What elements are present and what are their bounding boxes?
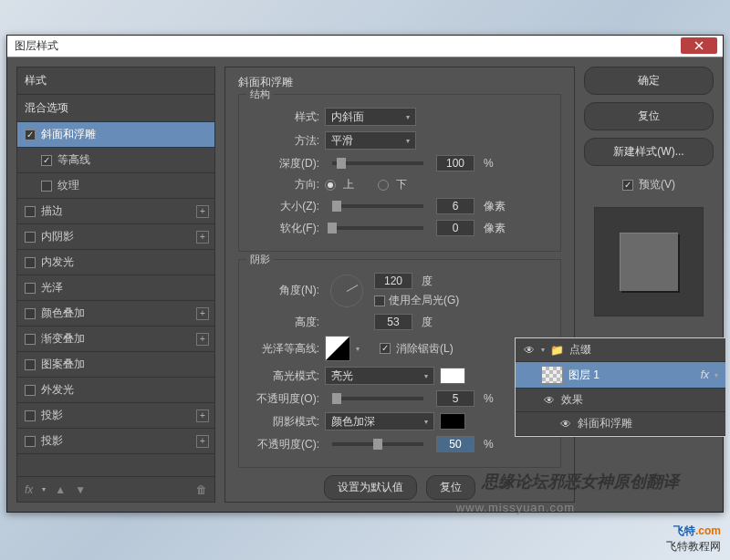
layer-thumbnail[interactable] [541, 366, 563, 384]
style-item-inner-shadow[interactable]: 内阴影 + [17, 224, 214, 250]
effect-item-row[interactable]: 👁 斜面和浮雕 [516, 412, 725, 436]
shadow-mode-label: 阴影模式: [250, 414, 319, 430]
shadow-mode-select[interactable]: 颜色加深▾ [325, 412, 434, 430]
depth-slider[interactable] [332, 161, 423, 165]
layer-group-row[interactable]: 👁 ▾ 📁 点缀 [516, 338, 725, 362]
style-item-outer-glow[interactable]: 外发光 [17, 378, 214, 403]
depth-input[interactable]: 100 [436, 155, 474, 171]
collapse-fx-icon[interactable]: ▾ [714, 371, 718, 379]
style-item-color-overlay[interactable]: 颜色叠加 + [17, 301, 214, 327]
close-button[interactable] [681, 37, 717, 54]
fx-badge: fx [701, 368, 709, 381]
altitude-input[interactable]: 53 [374, 314, 412, 330]
style-label: 样式: [250, 109, 319, 125]
effects-row[interactable]: 👁 效果 [516, 389, 725, 412]
styles-panel: 样式 混合选项 斜面和浮雕 等高线 纹理 描边 + [16, 67, 215, 503]
checkbox[interactable] [41, 155, 52, 166]
chevron-down-icon[interactable]: ▾ [356, 345, 360, 353]
trash-icon[interactable]: 🗑 [196, 483, 207, 496]
new-style-button[interactable]: 新建样式(W)... [584, 138, 714, 166]
size-input[interactable]: 6 [436, 198, 474, 214]
folder-icon: 📁 [550, 344, 564, 357]
style-item-inner-glow[interactable]: 内发光 [17, 250, 214, 275]
preview-swatch [620, 233, 678, 291]
collapse-icon[interactable]: ▾ [541, 346, 545, 354]
dir-down-radio[interactable] [378, 180, 389, 191]
opacity1-label: 不透明度(O): [250, 391, 319, 407]
cancel-button[interactable]: 复位 [584, 102, 714, 130]
checkbox[interactable] [25, 385, 36, 396]
visibility-icon[interactable]: 👁 [543, 394, 556, 407]
blend-options-row[interactable]: 混合选项 [17, 95, 214, 122]
visibility-icon[interactable]: 👁 [559, 418, 572, 430]
checkbox[interactable] [25, 130, 36, 140]
highlight-color-swatch[interactable] [440, 368, 465, 384]
checkbox[interactable] [25, 257, 36, 268]
style-item-drop-shadow-2[interactable]: 投影 + [17, 429, 214, 454]
group-name: 点缀 [569, 342, 591, 358]
global-light-checkbox[interactable] [374, 296, 385, 306]
angle-input[interactable]: 120 [374, 273, 412, 289]
style-item-stroke[interactable]: 描边 + [17, 199, 214, 224]
style-item-gradient-overlay[interactable]: 渐变叠加 + [17, 327, 214, 352]
style-item-bevel[interactable]: 斜面和浮雕 [17, 122, 214, 148]
add-icon[interactable]: + [196, 307, 209, 320]
depth-label: 深度(D): [250, 156, 319, 171]
move-down-icon[interactable]: ▼ [75, 483, 86, 496]
chevron-down-icon: ▾ [424, 372, 428, 380]
make-default-button[interactable]: 设置为默认值 [324, 475, 417, 500]
opacity2-label: 不透明度(C): [250, 437, 319, 452]
shadow-color-swatch[interactable] [440, 413, 465, 430]
ok-button[interactable]: 确定 [584, 67, 714, 95]
checkbox[interactable] [25, 334, 36, 345]
layer-row[interactable]: 图层 1 fx ▾ [516, 362, 725, 389]
checkbox[interactable] [25, 206, 36, 217]
gloss-label: 光泽等高线: [250, 341, 319, 357]
style-item-pattern-overlay[interactable]: 图案叠加 [17, 352, 214, 378]
style-item-satin[interactable]: 光泽 [17, 275, 214, 301]
opacity1-slider[interactable] [332, 397, 423, 400]
add-icon[interactable]: + [196, 435, 209, 448]
soften-slider[interactable] [332, 226, 423, 230]
checkbox[interactable] [25, 308, 36, 319]
preview-checkbox[interactable] [622, 180, 633, 191]
visibility-icon[interactable] [523, 368, 536, 381]
checkbox[interactable] [25, 232, 36, 243]
style-label: 渐变叠加 [41, 331, 85, 347]
antialias-checkbox[interactable] [380, 343, 391, 354]
add-icon[interactable]: + [196, 231, 209, 244]
style-item-contour[interactable]: 等高线 [17, 148, 214, 173]
fx-menu-arrow[interactable]: ▾ [42, 485, 46, 493]
opacity1-input[interactable]: 5 [436, 390, 474, 407]
opacity2-slider[interactable] [332, 442, 423, 446]
technique-select[interactable]: 平滑▾ [325, 131, 416, 150]
dir-up-radio[interactable] [325, 180, 336, 191]
reset-default-button[interactable]: 复位 [426, 475, 475, 500]
move-up-icon[interactable]: ▲ [55, 483, 66, 496]
shading-group: 阴影 角度(N): 120 度 使用全局光(G) [238, 259, 561, 468]
checkbox[interactable] [25, 359, 36, 370]
unit: 度 [422, 274, 433, 289]
checkbox[interactable] [41, 181, 52, 192]
angle-dial[interactable] [330, 275, 363, 307]
add-icon[interactable]: + [196, 205, 209, 218]
style-label: 外发光 [41, 382, 74, 398]
highlight-mode-select[interactable]: 亮光▾ [325, 367, 434, 385]
fx-icon[interactable]: fx [25, 483, 33, 496]
soften-input[interactable]: 0 [436, 220, 474, 236]
styles-header: 样式 [17, 67, 214, 95]
unit: % [484, 157, 494, 170]
add-icon[interactable]: + [196, 333, 209, 346]
gloss-contour-picker[interactable] [325, 336, 350, 361]
opacity2-input[interactable]: 50 [436, 436, 474, 452]
style-select[interactable]: 内斜面▾ [325, 108, 416, 126]
titlebar[interactable]: 图层样式 [7, 36, 723, 57]
size-slider[interactable] [332, 204, 423, 208]
visibility-icon[interactable]: 👁 [523, 344, 536, 357]
checkbox[interactable] [25, 283, 36, 294]
checkbox[interactable] [25, 436, 36, 447]
checkbox[interactable] [25, 410, 36, 421]
style-item-texture[interactable]: 纹理 [17, 173, 214, 199]
style-item-drop-shadow[interactable]: 投影 + [17, 403, 214, 429]
add-icon[interactable]: + [196, 410, 209, 422]
